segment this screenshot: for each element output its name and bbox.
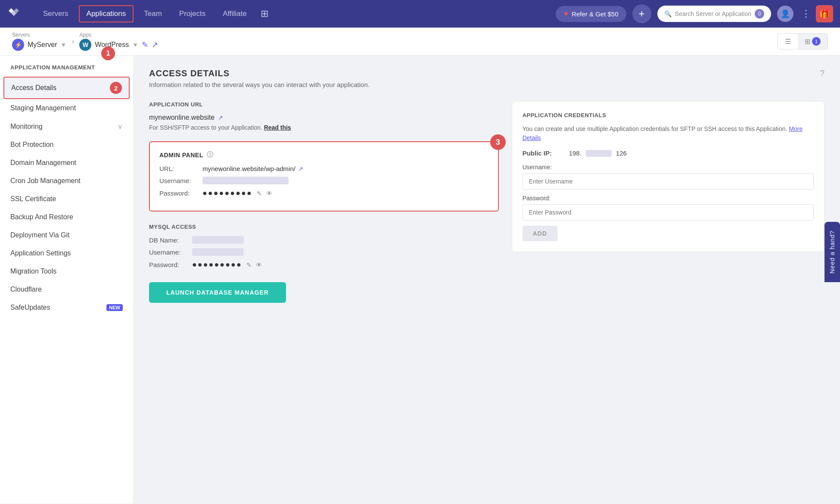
breadcrumb-separator: › xyxy=(72,37,74,46)
sidebar-item-cloudflare[interactable]: Cloudflare xyxy=(0,280,133,299)
sidebar-item-deployment[interactable]: Deployment Via Git xyxy=(0,226,133,244)
credentials-card: APPLICATION CREDENTIALS You can create a… xyxy=(512,101,824,252)
credentials-description: You can create and use multiple Applicat… xyxy=(523,124,814,143)
cron-label: Cron Job Management xyxy=(10,177,81,185)
ip-blurred xyxy=(586,150,612,157)
search-bar[interactable]: 🔍 Search Server or Application 0 xyxy=(657,6,771,22)
help-icon[interactable]: ? xyxy=(820,68,824,78)
username-input[interactable] xyxy=(523,173,814,190)
password-dots: ●●●●●●●●● xyxy=(202,189,252,198)
server-icon: ⚡ xyxy=(12,39,24,51)
edit-app-icon[interactable]: ✎ xyxy=(142,40,148,50)
refer-button[interactable]: ♥ Refer & Get $50 xyxy=(556,6,626,22)
sidebar-item-bot-protection[interactable]: Bot Protection xyxy=(0,136,133,154)
mysql-password-row: Password: ●●●●●●●●● ✎ 👁 xyxy=(149,260,499,269)
mysql-password-label: Password: xyxy=(149,261,188,268)
external-link-icon[interactable]: ↗ xyxy=(152,40,158,50)
sidebar-item-safeupdates[interactable]: SafeUpdates NEW xyxy=(0,299,133,317)
mysql-password-eye-icon[interactable]: 👁 xyxy=(256,261,262,268)
sidebar-title: Application Management xyxy=(0,64,133,77)
app-selector[interactable]: W WordPress ▼ ✎ ↗ xyxy=(79,39,158,51)
password-input[interactable] xyxy=(523,204,814,221)
add-credentials-button[interactable]: ADD xyxy=(523,226,557,241)
search-icon: 🔍 xyxy=(664,10,672,17)
mysql-db-row: DB Name: xyxy=(149,236,499,244)
app-url-link[interactable]: mynewonline.website xyxy=(149,114,215,121)
app-chevron-icon[interactable]: ▼ xyxy=(132,41,138,48)
step-1-badge: 1 xyxy=(101,47,115,60)
top-navigation: Servers Applications Team Projects Affil… xyxy=(0,0,840,28)
admin-info-icon[interactable]: ⓘ xyxy=(207,151,214,159)
cred-username-label: Username: xyxy=(523,164,814,171)
password-edit-icon[interactable]: ✎ xyxy=(257,190,262,197)
app-url-title: APPLICATION URL xyxy=(149,101,499,108)
db-name-label: DB Name: xyxy=(149,236,188,244)
username-label: Username: xyxy=(159,177,198,184)
grid-view-button[interactable]: ⊞ 1 xyxy=(798,34,828,49)
step-3-badge: 3 xyxy=(490,134,506,150)
password-eye-icon[interactable]: 👁 xyxy=(266,190,272,197)
url-label: URL: xyxy=(159,165,198,172)
admin-panel-card: 3 ADMIN PANEL ⓘ URL: mynewonline.website… xyxy=(149,141,499,212)
new-badge: NEW xyxy=(106,304,123,311)
breadcrumb: Servers ⚡ MyServer ▼ 1 › Apps W WordPres… xyxy=(0,28,840,56)
gift-icon[interactable]: 🎁 xyxy=(816,5,833,22)
credentials-title: APPLICATION CREDENTIALS xyxy=(523,112,814,118)
more-options-icon[interactable]: ⋮ xyxy=(801,8,811,19)
ip-start: 198. xyxy=(569,149,582,157)
password-label: Password: xyxy=(159,190,198,197)
public-ip-row: Public IP: 198. 126 xyxy=(523,149,814,157)
launch-db-manager-button[interactable]: LAUNCH DATABASE MANAGER xyxy=(149,282,286,303)
sidebar-item-backup[interactable]: Backup And Restore xyxy=(0,208,133,226)
sidebar-item-staging[interactable]: Staging Management xyxy=(0,99,133,117)
admin-panel-title: ADMIN PANEL ⓘ xyxy=(159,151,488,159)
sidebar-item-monitoring[interactable]: Monitoring ∨ xyxy=(0,117,133,136)
staging-label: Staging Management xyxy=(10,104,76,112)
sidebar-item-app-settings[interactable]: Application Settings xyxy=(0,244,133,262)
sidebar-item-ssl[interactable]: SSL Certificate xyxy=(0,190,133,208)
step-2-badge: 2 xyxy=(110,82,122,94)
url-external-icon[interactable]: ↗ xyxy=(218,114,223,121)
nav-servers[interactable]: Servers xyxy=(36,6,75,22)
sidebar-item-access-details[interactable]: Access Details 2 xyxy=(3,77,130,99)
nav-projects[interactable]: Projects xyxy=(172,6,212,22)
grid-icon[interactable]: ⊞ xyxy=(261,8,268,19)
mysql-password-dots: ●●●●●●●●● xyxy=(192,260,242,269)
servers-breadcrumb: Servers ⚡ MyServer ▼ xyxy=(12,32,66,51)
username-blurred xyxy=(202,177,289,184)
ssl-label: SSL Certificate xyxy=(10,195,56,203)
sidebar-item-migration[interactable]: Migration Tools xyxy=(0,262,133,280)
page-description: Information related to the several ways … xyxy=(149,81,824,88)
app-actions: ✎ ↗ xyxy=(142,40,158,50)
admin-url-external-icon[interactable]: ↗ xyxy=(298,165,303,172)
app-settings-label: Application Settings xyxy=(10,249,71,257)
help-side-tab[interactable]: Need a hand? xyxy=(824,222,840,282)
app-url-section: APPLICATION URL mynewonline.website ↗ Fo… xyxy=(149,101,499,131)
nav-team[interactable]: Team xyxy=(137,6,169,22)
ssh-note: For SSH/SFTP access to your Application.… xyxy=(149,124,499,131)
mysql-username-row: Username: xyxy=(149,248,499,256)
domain-label: Domain Management xyxy=(10,159,76,167)
nav-applications[interactable]: Applications xyxy=(79,5,134,22)
sidebar-item-domain[interactable]: Domain Management xyxy=(0,154,133,172)
admin-password-row: Password: ●●●●●●●●● ✎ 👁 xyxy=(159,189,488,198)
mysql-password-edit-icon[interactable]: ✎ xyxy=(246,261,252,268)
nav-affiliate[interactable]: Affiliate xyxy=(216,6,253,22)
add-button[interactable]: + xyxy=(632,4,651,23)
backup-label: Backup And Restore xyxy=(10,213,73,221)
server-selector[interactable]: ⚡ MyServer ▼ xyxy=(12,39,66,51)
list-view-button[interactable]: ☰ xyxy=(778,34,798,49)
server-chevron-icon[interactable]: ▼ xyxy=(60,41,66,48)
sidebar-item-cron[interactable]: Cron Job Management xyxy=(0,172,133,190)
monitoring-chevron-icon: ∨ xyxy=(118,122,123,131)
mysql-username-label: Username: xyxy=(149,249,188,256)
left-column: APPLICATION URL mynewonline.website ↗ Fo… xyxy=(149,101,499,303)
read-this-link[interactable]: Read this xyxy=(264,124,291,131)
logo[interactable] xyxy=(7,5,28,22)
view-badge: 1 xyxy=(812,37,821,46)
user-avatar[interactable]: 👤 xyxy=(777,6,793,22)
mysql-username-blurred xyxy=(192,248,244,256)
sidebar: Application Management Access Details 2 … xyxy=(0,56,134,504)
apps-label: Apps xyxy=(79,32,158,38)
heart-icon: ♥ xyxy=(563,9,568,19)
